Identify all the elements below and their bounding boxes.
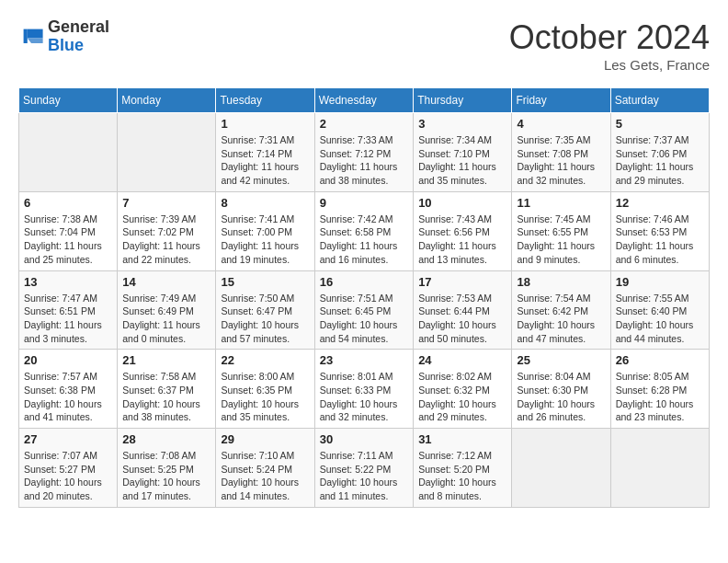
- calendar-cell: 11Sunrise: 7:45 AMSunset: 6:55 PMDayligh…: [512, 191, 610, 270]
- day-number: 10: [418, 196, 506, 210]
- day-number: 3: [418, 117, 506, 131]
- day-info: Sunrise: 7:54 AMSunset: 6:42 PMDaylight:…: [517, 292, 605, 346]
- day-of-week-header: Friday: [512, 88, 610, 113]
- day-number: 1: [221, 117, 309, 131]
- logo-text: General Blue: [48, 18, 109, 55]
- day-number: 22: [221, 353, 309, 367]
- logo-general: General: [48, 18, 109, 37]
- day-number: 25: [517, 353, 605, 367]
- day-number: 18: [517, 275, 605, 289]
- calendar-cell: 13Sunrise: 7:47 AMSunset: 6:51 PMDayligh…: [19, 270, 118, 350]
- day-number: 11: [517, 196, 605, 210]
- calendar-cell: 5Sunrise: 7:37 AMSunset: 7:06 PMDaylight…: [610, 113, 709, 192]
- day-info: Sunrise: 7:08 AMSunset: 5:25 PMDaylight:…: [122, 449, 210, 503]
- location: Les Gets, France: [509, 57, 710, 73]
- page-header: General Blue October 2024 Les Gets, Fran…: [18, 18, 710, 73]
- day-info: Sunrise: 7:35 AMSunset: 7:08 PMDaylight:…: [517, 133, 605, 188]
- day-info: Sunrise: 7:38 AMSunset: 7:04 PMDaylight:…: [24, 213, 112, 267]
- calendar-cell: 24Sunrise: 8:02 AMSunset: 6:32 PMDayligh…: [414, 350, 512, 429]
- day-info: Sunrise: 7:58 AMSunset: 6:37 PMDaylight:…: [122, 370, 210, 424]
- day-info: Sunrise: 7:55 AMSunset: 6:40 PMDaylight:…: [616, 292, 704, 346]
- calendar-cell: 1Sunrise: 7:31 AMSunset: 7:14 PMDaylight…: [216, 113, 314, 192]
- calendar-cell: 29Sunrise: 7:10 AMSunset: 5:24 PMDayligh…: [216, 429, 314, 508]
- calendar-cell: 30Sunrise: 7:11 AMSunset: 5:22 PMDayligh…: [314, 429, 413, 508]
- day-of-week-header: Thursday: [414, 88, 512, 113]
- day-number: 21: [122, 353, 210, 367]
- calendar-cell: 25Sunrise: 8:04 AMSunset: 6:30 PMDayligh…: [512, 350, 610, 429]
- day-info: Sunrise: 8:01 AMSunset: 6:33 PMDaylight:…: [320, 370, 408, 424]
- calendar-cell: 26Sunrise: 8:05 AMSunset: 6:28 PMDayligh…: [610, 350, 709, 429]
- day-number: 14: [122, 275, 210, 289]
- logo-blue: Blue: [48, 37, 109, 55]
- day-info: Sunrise: 7:33 AMSunset: 7:12 PMDaylight:…: [320, 133, 408, 188]
- day-info: Sunrise: 7:47 AMSunset: 6:51 PMDaylight:…: [24, 292, 112, 346]
- day-number: 5: [616, 117, 704, 131]
- day-number: 2: [320, 117, 408, 131]
- calendar-cell: 2Sunrise: 7:33 AMSunset: 7:12 PMDaylight…: [314, 113, 413, 192]
- calendar-cell: 31Sunrise: 7:12 AMSunset: 5:20 PMDayligh…: [414, 429, 512, 508]
- day-number: 13: [24, 275, 112, 289]
- calendar-cell: [610, 429, 709, 508]
- calendar-cell: [19, 113, 118, 192]
- day-of-week-header: Tuesday: [216, 88, 314, 113]
- title-block: October 2024 Les Gets, France: [509, 18, 710, 73]
- calendar-cell: 7Sunrise: 7:39 AMSunset: 7:02 PMDaylight…: [118, 191, 216, 270]
- day-number: 16: [320, 275, 408, 289]
- day-number: 17: [418, 275, 506, 289]
- calendar: SundayMondayTuesdayWednesdayThursdayFrid…: [18, 87, 710, 508]
- day-of-week-header: Sunday: [19, 88, 118, 113]
- calendar-cell: [118, 113, 216, 192]
- calendar-cell: 10Sunrise: 7:43 AMSunset: 6:56 PMDayligh…: [414, 191, 512, 270]
- day-info: Sunrise: 7:11 AMSunset: 5:22 PMDaylight:…: [320, 449, 408, 503]
- day-info: Sunrise: 8:02 AMSunset: 6:32 PMDaylight:…: [418, 370, 506, 424]
- calendar-cell: 27Sunrise: 7:07 AMSunset: 5:27 PMDayligh…: [19, 429, 118, 508]
- day-info: Sunrise: 7:45 AMSunset: 6:55 PMDaylight:…: [517, 213, 605, 267]
- day-number: 12: [616, 196, 704, 210]
- day-number: 23: [320, 353, 408, 367]
- day-number: 7: [122, 196, 210, 210]
- calendar-week-row: 6Sunrise: 7:38 AMSunset: 7:04 PMDaylight…: [19, 191, 710, 270]
- day-info: Sunrise: 7:10 AMSunset: 5:24 PMDaylight:…: [221, 449, 309, 503]
- day-info: Sunrise: 7:39 AMSunset: 7:02 PMDaylight:…: [122, 213, 210, 267]
- logo: General Blue: [18, 18, 109, 55]
- calendar-cell: 3Sunrise: 7:34 AMSunset: 7:10 PMDaylight…: [414, 113, 512, 192]
- calendar-cell: 15Sunrise: 7:50 AMSunset: 6:47 PMDayligh…: [216, 270, 314, 350]
- day-info: Sunrise: 7:12 AMSunset: 5:20 PMDaylight:…: [418, 449, 506, 503]
- calendar-cell: 4Sunrise: 7:35 AMSunset: 7:08 PMDaylight…: [512, 113, 610, 192]
- calendar-cell: 14Sunrise: 7:49 AMSunset: 6:49 PMDayligh…: [118, 270, 216, 350]
- day-number: 28: [122, 432, 210, 446]
- svg-marker-0: [28, 29, 43, 38]
- day-number: 29: [221, 432, 309, 446]
- day-info: Sunrise: 7:53 AMSunset: 6:44 PMDaylight:…: [418, 292, 506, 346]
- calendar-cell: 28Sunrise: 7:08 AMSunset: 5:25 PMDayligh…: [118, 429, 216, 508]
- day-number: 9: [320, 196, 408, 210]
- svg-marker-1: [28, 38, 43, 43]
- day-info: Sunrise: 7:37 AMSunset: 7:06 PMDaylight:…: [616, 133, 704, 188]
- calendar-week-row: 27Sunrise: 7:07 AMSunset: 5:27 PMDayligh…: [19, 429, 710, 508]
- day-info: Sunrise: 7:49 AMSunset: 6:49 PMDaylight:…: [122, 292, 210, 346]
- calendar-cell: 19Sunrise: 7:55 AMSunset: 6:40 PMDayligh…: [610, 270, 709, 350]
- day-number: 19: [616, 275, 704, 289]
- day-info: Sunrise: 8:05 AMSunset: 6:28 PMDaylight:…: [616, 370, 704, 424]
- calendar-cell: 6Sunrise: 7:38 AMSunset: 7:04 PMDaylight…: [19, 191, 118, 270]
- day-number: 20: [24, 353, 112, 367]
- day-info: Sunrise: 7:51 AMSunset: 6:45 PMDaylight:…: [320, 292, 408, 346]
- day-info: Sunrise: 7:42 AMSunset: 6:58 PMDaylight:…: [320, 213, 408, 267]
- day-of-week-header: Saturday: [610, 88, 709, 113]
- day-info: Sunrise: 7:34 AMSunset: 7:10 PMDaylight:…: [418, 133, 506, 188]
- day-number: 31: [418, 432, 506, 446]
- day-info: Sunrise: 7:07 AMSunset: 5:27 PMDaylight:…: [24, 449, 112, 503]
- day-of-week-header: Monday: [118, 88, 216, 113]
- month-title: October 2024: [509, 18, 710, 57]
- day-info: Sunrise: 7:41 AMSunset: 7:00 PMDaylight:…: [221, 213, 309, 267]
- calendar-cell: 17Sunrise: 7:53 AMSunset: 6:44 PMDayligh…: [414, 270, 512, 350]
- day-number: 15: [221, 275, 309, 289]
- calendar-cell: 23Sunrise: 8:01 AMSunset: 6:33 PMDayligh…: [314, 350, 413, 429]
- day-info: Sunrise: 7:50 AMSunset: 6:47 PMDaylight:…: [221, 292, 309, 346]
- day-number: 8: [221, 196, 309, 210]
- day-info: Sunrise: 7:57 AMSunset: 6:38 PMDaylight:…: [24, 370, 112, 424]
- day-number: 27: [24, 432, 112, 446]
- day-number: 4: [517, 117, 605, 131]
- day-number: 24: [418, 353, 506, 367]
- calendar-cell: 22Sunrise: 8:00 AMSunset: 6:35 PMDayligh…: [216, 350, 314, 429]
